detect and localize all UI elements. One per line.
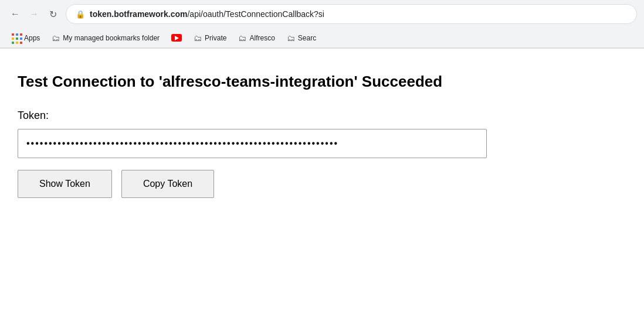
folder-search-icon: 🗂 bbox=[287, 33, 295, 43]
alfresco-label: Alfresco bbox=[249, 34, 274, 42]
page-title: Test Connection to 'alfresco-teams-integ… bbox=[18, 72, 626, 92]
apps-label: Apps bbox=[24, 34, 40, 42]
bookmarks-bar: Apps 🗂 My managed bookmarks folder 🗂 Pri… bbox=[0, 28, 644, 48]
private-label: Private bbox=[205, 34, 226, 42]
browser-toolbar: ← → ↻ 🔒 token.botframework.com/api/oauth… bbox=[0, 0, 644, 28]
bookmark-private[interactable]: 🗂 Private bbox=[189, 32, 231, 45]
bookmark-youtube[interactable] bbox=[167, 32, 187, 43]
bookmark-alfresco[interactable]: 🗂 Alfresco bbox=[233, 32, 279, 45]
bookmark-managed[interactable]: 🗂 My managed bookmarks folder bbox=[47, 32, 164, 45]
address-bar[interactable]: 🔒 token.botframework.com/api/oauth/TestC… bbox=[66, 4, 637, 24]
forward-button[interactable]: → bbox=[26, 6, 42, 22]
button-row: Show Token Copy Token bbox=[18, 170, 626, 198]
token-input-wrapper bbox=[18, 129, 626, 158]
folder-alfresco-icon: 🗂 bbox=[238, 33, 246, 43]
bookmark-apps[interactable]: Apps bbox=[7, 32, 45, 45]
url-path: /api/oauth/TestConnectionCallback?si bbox=[187, 9, 324, 19]
show-token-button[interactable]: Show Token bbox=[18, 170, 112, 198]
token-input[interactable] bbox=[18, 129, 487, 158]
apps-icon bbox=[12, 33, 21, 43]
browser-chrome: ← → ↻ 🔒 token.botframework.com/api/oauth… bbox=[0, 0, 644, 49]
page-content: Test Connection to 'alfresco-teams-integ… bbox=[0, 49, 644, 221]
nav-buttons: ← → ↻ bbox=[7, 6, 61, 22]
lock-icon: 🔒 bbox=[76, 10, 85, 19]
folder-private-icon: 🗂 bbox=[194, 33, 202, 43]
search-label: Searc bbox=[298, 34, 316, 42]
back-button[interactable]: ← bbox=[7, 6, 23, 22]
token-label: Token: bbox=[18, 110, 626, 122]
url-text: token.botframework.com/api/oauth/TestCon… bbox=[90, 9, 324, 19]
bookmark-search[interactable]: 🗂 Searc bbox=[282, 32, 321, 45]
managed-bookmarks-label: My managed bookmarks folder bbox=[63, 34, 160, 42]
reload-button[interactable]: ↻ bbox=[45, 6, 61, 22]
copy-token-button[interactable]: Copy Token bbox=[121, 170, 214, 198]
url-domain: token.botframework.com bbox=[90, 9, 187, 19]
folder-icon: 🗂 bbox=[52, 33, 60, 43]
youtube-icon bbox=[171, 34, 182, 42]
